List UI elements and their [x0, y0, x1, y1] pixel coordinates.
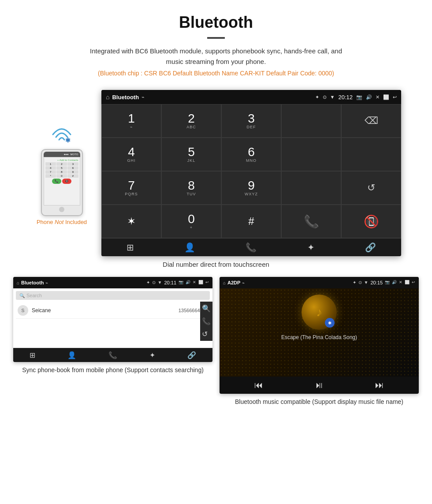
hu-bottom-navbar: ⊞ 👤 📞 ✦ 🔗	[101, 238, 401, 256]
dialer-redial[interactable]: ↺	[341, 171, 401, 205]
dialer-key-3[interactable]: 3 DEF	[221, 104, 281, 138]
pb-home-icon[interactable]: ⌂	[17, 280, 19, 285]
dialer-empty-2	[281, 138, 341, 171]
music-usb-icon: ⌁	[242, 280, 245, 285]
search-icon: 🔍	[19, 293, 25, 298]
pb-nav-link[interactable]: 🔗	[187, 351, 196, 359]
dialer-key-6[interactable]: 6 MNO	[221, 138, 281, 171]
dialer-call-button[interactable]: 📞	[281, 205, 341, 238]
phonebook-screen: ⌂ Bluetooth ⌁ ✦ ⊙ ▼ 20:11 📷 🔊 ✕ ⬜ ↩	[13, 277, 212, 362]
contact-row[interactable]: S Seicane 13566664466	[16, 302, 210, 319]
pb-refresh-icon[interactable]: ↺	[202, 330, 211, 338]
camera-icon[interactable]: 📷	[356, 94, 362, 100]
music-status-bar: ⌂ A2DP ⌁ ✦ ⊙ ▼ 20:15 📷 🔊 ✕ ⬜ ↩	[220, 277, 419, 288]
music-bluetooth-badge: ✱	[325, 318, 335, 328]
music-win-icon: ⬜	[405, 280, 410, 285]
dialer-key-7[interactable]: 7 PQRS	[101, 171, 161, 205]
pb-call-icon[interactable]: 📞	[202, 317, 211, 325]
next-button[interactable]: ⏭	[375, 380, 384, 390]
phonebook-caption: Sync phone-book from mobile phone (Suppo…	[13, 366, 212, 375]
pb-search-placeholder: Search	[26, 293, 42, 298]
pb-bottom-nav: ⊞ 👤 📞 ✦ 🔗	[13, 348, 212, 362]
pb-loc-icon: ⊙	[152, 280, 156, 285]
pb-time: 20:11	[164, 280, 176, 285]
nav-bluetooth-icon[interactable]: ✦	[307, 242, 315, 253]
music-close-icon: ✕	[399, 280, 402, 285]
header-specs: (Bluetooth chip : CSR BC6 Default Blueto…	[18, 70, 414, 77]
pb-back-icon: ↩	[205, 280, 209, 285]
dialer-grid: 1 ⌁ 2 ABC 3 DEF ⌫ 4 GHI 5 JKL	[101, 104, 401, 238]
pb-search-bar[interactable]: 🔍 Search	[16, 291, 210, 300]
page-header: Bluetooth Integrated with BC6 Bluetooth …	[0, 0, 432, 90]
signal-icon: ▼	[330, 94, 335, 100]
hu-screen-title: Bluetooth	[112, 94, 139, 101]
music-signal-icon: ▼	[364, 280, 369, 285]
dialer-empty-4	[281, 171, 341, 205]
close-icon[interactable]: ✕	[376, 94, 380, 100]
music-bt-icon: ✦	[353, 280, 356, 285]
music-controls: ⏮ ⏯ ⏭	[220, 377, 419, 394]
nav-phone-icon[interactable]: 📞	[246, 242, 257, 253]
dialer-empty-3	[341, 138, 401, 171]
pb-bt-icon: ✦	[146, 280, 150, 285]
back-icon[interactable]: ↩	[393, 94, 397, 100]
bt-icon: ✦	[315, 94, 319, 100]
pb-nav-grid[interactable]: ⊞	[30, 351, 35, 359]
pb-status-bar: ⌂ Bluetooth ⌁ ✦ ⊙ ▼ 20:11 📷 🔊 ✕ ⬜ ↩	[13, 277, 212, 288]
dialer-key-8[interactable]: 8 TUV	[161, 171, 221, 205]
nav-contacts-icon[interactable]: 👤	[184, 242, 195, 253]
location-icon: ⊙	[323, 94, 327, 100]
dialer-key-1[interactable]: 1 ⌁	[101, 104, 161, 138]
pb-nav-user[interactable]: 👤	[67, 351, 76, 359]
pb-usb-icon: ⌁	[45, 280, 48, 285]
pb-content: 🔍 Search S Seicane 13566664466	[13, 288, 212, 348]
header-description: Integrated with BC6 Bluetooth module, su…	[84, 46, 348, 67]
dialer-end-button[interactable]: 📵	[341, 205, 401, 238]
contact-avatar: S	[18, 305, 28, 316]
dialer-empty-1	[281, 104, 341, 138]
phone-illustration: ✱ ●●● MOTO + Add to Contacts 1 2 3 4 5 6…	[31, 121, 93, 225]
pb-nav-phone[interactable]: 📞	[108, 351, 117, 359]
home-icon[interactable]: ⌂	[106, 93, 109, 101]
music-loc-icon: ⊙	[358, 280, 362, 285]
wifi-bluetooth-icon: ✱	[48, 121, 75, 147]
pb-vol-icon: 🔊	[186, 280, 190, 285]
header-divider	[207, 37, 225, 39]
dialer-key-hash[interactable]: #	[221, 205, 281, 238]
window-icon[interactable]: ⬜	[383, 94, 389, 100]
main-demo-caption: Dial number direct from touchscreen	[0, 261, 432, 268]
music-caption: Bluetooth music compatible (Support disp…	[220, 397, 419, 407]
main-demo-area: ✱ ●●● MOTO + Add to Contacts 1 2 3 4 5 6…	[0, 90, 432, 256]
phone-not-included-label: Phone Not Included	[37, 219, 87, 225]
pb-close-icon: ✕	[193, 280, 196, 285]
dialer-key-9[interactable]: 9 WXYZ	[221, 171, 281, 205]
play-pause-button[interactable]: ⏯	[315, 380, 324, 390]
dialer-key-5[interactable]: 5 JKL	[161, 138, 221, 171]
dialer-key-0[interactable]: 0 +	[161, 205, 221, 238]
pb-win-icon: ⬜	[198, 280, 203, 285]
phonebook-item: ⌂ Bluetooth ⌁ ✦ ⊙ ▼ 20:11 📷 🔊 ✕ ⬜ ↩	[13, 277, 212, 407]
dialer-key-star[interactable]: ✶	[101, 205, 161, 238]
music-note-icon: ♪	[316, 305, 322, 319]
music-back-icon: ↩	[412, 280, 415, 285]
page-title: Bluetooth	[18, 13, 414, 32]
nav-link-icon[interactable]: 🔗	[365, 242, 376, 253]
head-unit-dialer-screen: ⌂ Bluetooth ⌁ ✦ ⊙ ▼ 20:12 📷 🔊 ✕ ⬜ ↩ 1 ⌁	[101, 90, 401, 256]
music-vol-icon: 🔊	[392, 280, 397, 285]
phone-body: ●●● MOTO + Add to Contacts 1 2 3 4 5 6 7…	[41, 149, 83, 216]
dialer-backspace[interactable]: ⌫	[341, 104, 401, 138]
prev-button[interactable]: ⏮	[254, 380, 263, 390]
usb-icon: ⌁	[142, 94, 145, 100]
music-home-icon[interactable]: ⌂	[223, 280, 226, 285]
pb-signal-icon: ▼	[158, 280, 162, 285]
bottom-screenshots: ⌂ Bluetooth ⌁ ✦ ⊙ ▼ 20:11 📷 🔊 ✕ ⬜ ↩	[0, 277, 432, 407]
volume-icon[interactable]: 🔊	[366, 94, 372, 100]
pb-nav-bluetooth[interactable]: ✦	[149, 351, 155, 359]
music-song-title: Escape (The Pina Colada Song)	[281, 334, 357, 340]
pb-cam-icon: 📷	[179, 280, 183, 285]
dialer-key-4[interactable]: 4 GHI	[101, 138, 161, 171]
nav-grid-icon[interactable]: ⊞	[127, 242, 134, 253]
hu-time: 20:12	[338, 94, 353, 101]
pb-search-icon[interactable]: 🔍	[202, 304, 211, 313]
dialer-key-2[interactable]: 2 ABC	[161, 104, 221, 138]
